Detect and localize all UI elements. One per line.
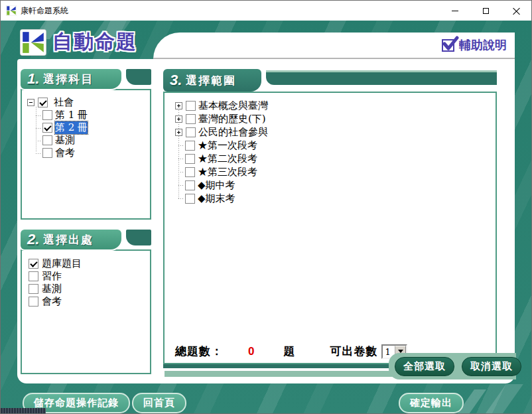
select-all-button[interactable]: 全部選取 [395, 357, 454, 376]
panel2-header-fill [126, 230, 151, 245]
tree-item-label[interactable]: ◆期末考 [198, 192, 235, 205]
tree-item-label[interactable]: ★第二次段考 [198, 153, 257, 165]
checkbox[interactable] [185, 180, 195, 190]
tree-item-label[interactable]: ★第一次段考 [198, 139, 257, 152]
checkbox[interactable] [29, 297, 38, 307]
checkbox[interactable] [186, 114, 196, 124]
tree-item[interactable]: 第 2 冊 [36, 121, 150, 134]
list-item-label: 基測 [42, 283, 62, 295]
tree-item[interactable]: 公民的社會參與 [178, 125, 496, 139]
checkbox[interactable] [42, 135, 52, 145]
list-item[interactable]: 題庫題目 [29, 257, 150, 270]
source-list: 題庫題目 習作 基測 會考 [21, 249, 151, 374]
checkbox[interactable] [29, 284, 38, 294]
tree-item-label[interactable]: ◆期中考 [198, 179, 235, 192]
tree-item[interactable]: 第 1 冊 [36, 109, 150, 121]
subject-tree: 社會 第 1 冊 第 2 冊 基測 [21, 89, 151, 220]
range-tree: 基本概念與臺灣 臺灣的歷史(下) 公民的社會參與 ★第一次段考 [163, 92, 497, 364]
collapse-icon[interactable] [27, 99, 34, 106]
panel-select-subject: 1. 選擇科目 社會 第 1 冊 第 2 冊 [21, 69, 151, 220]
help-link[interactable]: 輔助說明 [442, 37, 507, 53]
list-item[interactable]: 習作 [29, 270, 150, 283]
panel1-title: 選擇科目 [43, 72, 94, 87]
expand-icon[interactable] [175, 102, 182, 109]
expand-icon[interactable] [175, 129, 182, 136]
tree-item[interactable]: ★第三次段考 [178, 165, 496, 178]
help-label: 輔助說明 [459, 37, 507, 53]
total-questions-label: 總題數： [175, 344, 223, 359]
panel3-tab: 3. 選擇範圍 [163, 69, 261, 92]
panel1-number: 1. [27, 70, 39, 88]
panel2-tab: 2. 選擇出處 [21, 230, 121, 249]
total-questions-value: 0 [248, 345, 254, 358]
home-button[interactable]: 回首頁 [132, 393, 186, 413]
panel2-title: 選擇出處 [43, 232, 94, 247]
panel3-number: 3. [170, 72, 182, 89]
tree-item[interactable]: 臺灣的歷史(下) [178, 112, 496, 125]
questions-unit-label: 題 [283, 344, 295, 359]
checkbox[interactable] [42, 148, 52, 158]
tree-item-label[interactable]: 基測 [55, 134, 75, 147]
deselect-button[interactable]: 取消選取 [462, 357, 521, 376]
header-panel: 輔助說明 [153, 33, 515, 59]
list-item-label: 題庫題目 [42, 257, 82, 270]
tree-item-label[interactable]: 社會 [54, 96, 74, 109]
tree-item-label[interactable]: 基本概念與臺灣 [198, 100, 268, 112]
checkbox[interactable] [186, 101, 196, 111]
panel1-tab: 1. 選擇科目 [21, 69, 121, 89]
tree-item[interactable]: 會考 [36, 147, 150, 159]
checkbox[interactable] [29, 259, 38, 269]
tree-item-label[interactable]: 第 1 冊 [55, 109, 88, 121]
panel1-header-fill [126, 69, 151, 85]
tree-item[interactable]: 基測 [36, 134, 150, 147]
paper-count-label: 可出卷數 [330, 344, 377, 359]
minimize-button[interactable] [440, 1, 470, 21]
checkbox[interactable] [38, 98, 48, 107]
close-button[interactable] [501, 1, 531, 21]
panel3-header-fill [266, 70, 497, 85]
panel1-header: 1. 選擇科目 [21, 69, 151, 89]
tree-item[interactable]: ★第二次段考 [178, 152, 496, 165]
list-item-label: 會考 [42, 295, 62, 308]
panel3-title: 選擇範圍 [186, 73, 236, 88]
panel2-number: 2. [27, 231, 39, 248]
app-window: 康軒命題系統 輔助說明 [0, 0, 532, 414]
list-item[interactable]: 會考 [29, 295, 150, 308]
app-logo-icon [6, 5, 17, 16]
tree-item[interactable]: 基本概念與臺灣 [178, 99, 496, 112]
tree-item-label-selected[interactable]: 第 2 冊 [55, 121, 88, 134]
expand-icon[interactable] [175, 115, 182, 123]
help-check-icon [442, 39, 454, 52]
checkbox[interactable] [29, 271, 38, 281]
checkbox[interactable] [42, 110, 52, 120]
tree-item-root[interactable]: 社會 [22, 96, 150, 109]
tree-item-label[interactable]: 臺灣的歷史(下) [198, 113, 266, 125]
tree-item[interactable]: ◆期末考 [178, 192, 496, 205]
page-title: 自動命題 [52, 29, 137, 56]
checkbox[interactable] [185, 167, 195, 177]
brand: 自動命題 [21, 29, 137, 56]
panel-select-range: 3. 選擇範圍 基本概念與臺灣 臺灣的歷史(下) [163, 69, 497, 364]
titlebar: 康軒命題系統 [1, 1, 531, 21]
decorative-stripe [484, 384, 523, 414]
app-logo [21, 30, 46, 55]
tree-item[interactable]: ◆期中考 [178, 178, 496, 192]
maximize-button[interactable] [470, 1, 501, 21]
tree-item-label[interactable]: 會考 [55, 147, 75, 159]
tree-item-label[interactable]: ★第三次段考 [198, 166, 257, 178]
tree-item[interactable]: ★第一次段考 [178, 139, 496, 152]
panel3-header: 3. 選擇範圍 [163, 69, 497, 92]
window-title: 康軒命題系統 [21, 5, 68, 17]
checkbox[interactable] [185, 154, 195, 164]
checkbox[interactable] [185, 194, 195, 204]
selection-buttons-bar: 全部選取 取消選取 [389, 353, 516, 380]
close-icon [513, 7, 520, 15]
confirm-output-button[interactable]: 確定輸出 [399, 393, 464, 413]
checkbox[interactable] [185, 141, 195, 151]
checkbox[interactable] [186, 127, 196, 137]
list-item[interactable]: 基測 [29, 283, 150, 295]
tree-item-label[interactable]: 公民的社會參與 [198, 126, 268, 139]
checkbox[interactable] [42, 123, 52, 133]
minimize-icon [452, 11, 458, 11]
panel-select-source: 2. 選擇出處 題庫題目 習作 基測 會 [21, 230, 151, 374]
